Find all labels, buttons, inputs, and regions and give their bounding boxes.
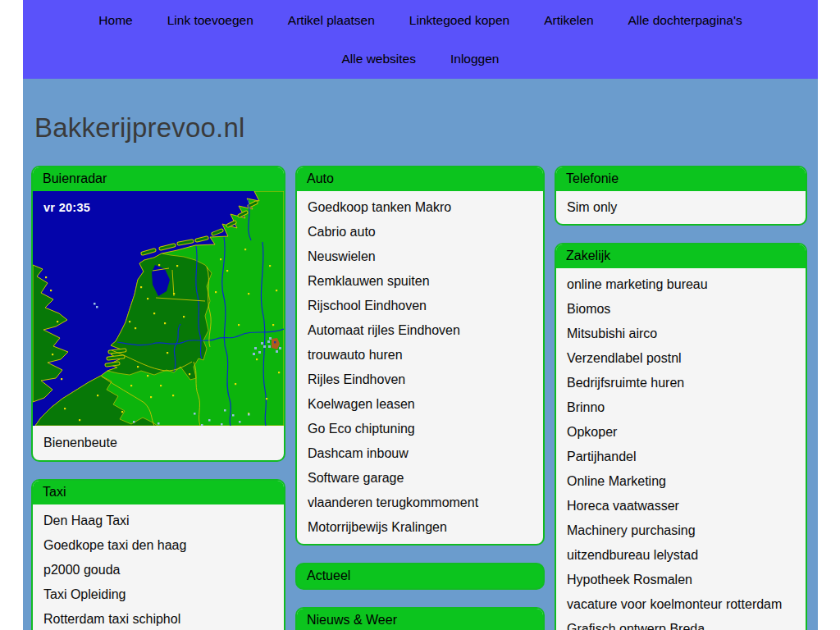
page-title: Bakkerijprevoo.nl [34, 112, 810, 144]
nav-item-inloggen[interactable]: Inloggen [450, 52, 499, 66]
link-item[interactable]: Brinno [556, 395, 806, 420]
link-item[interactable]: Rotterdam taxi schiphol [33, 607, 284, 630]
nav-item-linktegoed-kopen[interactable]: Linktegoed kopen [409, 13, 509, 28]
link-item[interactable]: Verzendlabel postnl [556, 346, 806, 371]
nav-item-link-toevoegen[interactable]: Link toevoegen [167, 13, 253, 28]
link-item[interactable]: Goedkoop tanken Makro [297, 195, 543, 220]
card-taxi-header: Taxi [33, 481, 284, 504]
link-item[interactable]: Grafisch ontwerp Breda [556, 617, 806, 630]
nav-item-home[interactable]: Home [98, 13, 132, 28]
link-item[interactable]: Taxi Opleiding [33, 582, 284, 607]
column-left: Buienradar [31, 166, 285, 630]
link-item[interactable]: Mitsubishi airco [556, 322, 806, 346]
link-item[interactable]: Go Eco chiptuning [297, 417, 543, 441]
card-columns: Buienradar [31, 166, 810, 630]
buienradar-map: vr 20:35 [33, 191, 284, 426]
radar-map-image [33, 191, 284, 426]
nav-item-artikel-plaatsen[interactable]: Artikel plaatsen [288, 13, 375, 28]
card-buienradar: Buienradar [31, 166, 285, 462]
card-zakelijk: Zakelijk online marketing bureau Biomos … [555, 243, 807, 630]
column-right: Telefonie Sim only Zakelijk online marke… [555, 166, 807, 630]
link-item[interactable]: vlaanderen terugkommoment [297, 491, 543, 515]
link-item[interactable]: Dashcam inbouw [297, 441, 543, 466]
nav-item-alle-websites[interactable]: Alle websites [342, 52, 416, 66]
card-actueel-header: Actueel [295, 563, 545, 590]
link-item[interactable]: Online Marketing [556, 469, 806, 494]
link-item[interactable]: Cabrio auto [297, 220, 543, 244]
page-container: Home Link toevoegen Artikel plaatsen Lin… [23, 0, 818, 630]
link-item[interactable]: Horeca vaatwasser [556, 494, 806, 518]
link-item[interactable]: Hypotheek Rosmalen [556, 568, 806, 592]
nav-item-artikelen[interactable]: Artikelen [544, 13, 593, 28]
link-item[interactable]: trouwauto huren [297, 343, 543, 368]
link-item[interactable]: Koelwagen leasen [297, 392, 543, 417]
main-navigation: Home Link toevoegen Artikel plaatsen Lin… [23, 0, 818, 79]
card-auto: Auto Goedkoop tanken Makro Cabrio auto N… [295, 166, 545, 546]
nav-item-alle-dochterpaginas[interactable]: Alle dochterpagina's [628, 13, 742, 28]
link-item[interactable]: Goedkope taxi den haag [33, 533, 284, 558]
radar-timestamp: vr 20:35 [43, 201, 90, 214]
card-nieuws-weer-header: Nieuws & Weer [297, 609, 543, 630]
telefonie-link-list: Sim only [556, 191, 806, 224]
link-item[interactable]: Rijschool Eindhoven [297, 294, 543, 318]
content-area: Bakkerijprevoo.nl Buienradar [23, 112, 818, 630]
auto-link-list: Goedkoop tanken Makro Cabrio auto Neuswi… [297, 191, 543, 544]
link-item[interactable]: online marketing bureau [556, 272, 806, 297]
link-item[interactable]: Bedrijfsruimte huren [556, 371, 806, 395]
nav-row-2: Alle websites Inloggen [23, 49, 818, 69]
link-item[interactable]: Automaat rijles Eindhoven [297, 318, 543, 343]
link-item[interactable]: Motorrijbewijs Kralingen [297, 515, 543, 540]
card-telefonie: Telefonie Sim only [555, 166, 807, 226]
link-item[interactable]: Bienenbeute [33, 426, 284, 460]
link-item[interactable]: Opkoper [556, 420, 806, 445]
link-item[interactable]: Neuswielen [297, 244, 543, 269]
link-item[interactable]: Sim only [556, 195, 806, 220]
link-item[interactable]: vacature voor koelmonteur rotterdam [556, 592, 806, 617]
column-middle: Auto Goedkoop tanken Makro Cabrio auto N… [295, 166, 545, 630]
card-telefonie-header: Telefonie [556, 167, 806, 191]
card-taxi: Taxi Den Haag Taxi Goedkope taxi den haa… [31, 479, 285, 630]
buienradar-link-list: Bienenbeute [33, 426, 284, 460]
link-item[interactable]: Partijhandel [556, 445, 806, 469]
link-item[interactable]: Software garage [297, 466, 543, 491]
link-item[interactable]: Machinery purchasing [556, 518, 806, 543]
card-nieuws-weer: Nieuws & Weer [295, 607, 545, 630]
link-item[interactable]: Den Haag Taxi [33, 509, 284, 533]
card-zakelijk-header: Zakelijk [556, 244, 806, 268]
link-item[interactable]: uitzendbureau lelystad [556, 543, 806, 568]
link-item[interactable]: p2000 gouda [33, 558, 284, 582]
zakelijk-link-list: online marketing bureau Biomos Mitsubish… [556, 268, 806, 630]
link-item[interactable]: Remklauwen spuiten [297, 269, 543, 294]
taxi-link-list: Den Haag Taxi Goedkope taxi den haag p20… [33, 504, 284, 630]
card-auto-header: Auto [297, 167, 543, 191]
card-buienradar-header: Buienradar [33, 167, 284, 191]
nav-row-1: Home Link toevoegen Artikel plaatsen Lin… [23, 11, 818, 30]
link-item[interactable]: Biomos [556, 297, 806, 322]
link-item[interactable]: Rijles Eindhoven [297, 368, 543, 392]
